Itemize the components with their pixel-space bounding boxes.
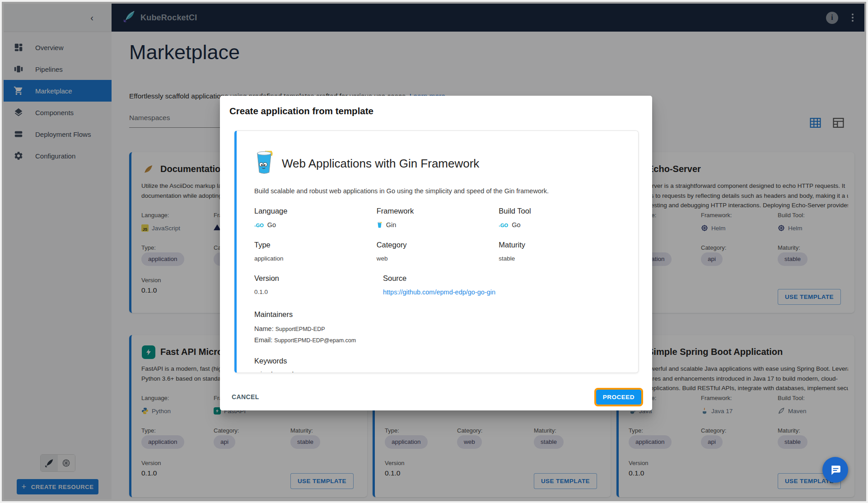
- window-frame: KubeRocketCI Overview Pipelines Marketpl…: [0, 0, 868, 503]
- category-label: Category: [377, 241, 499, 249]
- template-name: Web Applications with Gin Framework: [282, 157, 479, 171]
- framework-label: Framework: [377, 207, 499, 215]
- modal-footer: CANCEL PROCEED: [220, 383, 652, 410]
- template-description: Build scalable and robust web applicatio…: [254, 187, 621, 195]
- language-value: Go: [254, 221, 377, 228]
- framework-value: Gin: [377, 221, 499, 228]
- source-link[interactable]: https://github.com/epmd-edp/go-go-gin: [383, 289, 495, 296]
- maintainer-name: Name: SupportEPMD-EDP: [254, 325, 621, 332]
- keywords-label: Keywords: [254, 357, 621, 365]
- chat-icon: [830, 464, 841, 476]
- template-header: Web Applications with Gin Framework: [254, 151, 621, 176]
- buildtool-value: Go: [499, 221, 621, 228]
- source-label: Source: [383, 274, 495, 283]
- maintainers-label: Maintainers: [254, 310, 621, 319]
- buildtool-label: Build Tool: [499, 207, 621, 215]
- type-value: application: [254, 255, 377, 262]
- category-value: web: [377, 255, 499, 262]
- maturity-label: Maturity: [499, 241, 621, 249]
- go-icon: [499, 221, 508, 228]
- chat-fab-button[interactable]: [822, 457, 848, 483]
- gin-small-icon: [377, 222, 383, 228]
- maintainer-email: Email: SupportEPMD-EDP@epam.com: [254, 336, 621, 344]
- go-icon: [254, 221, 264, 228]
- gin-glass-icon: [254, 151, 274, 176]
- version-label: Version: [254, 274, 383, 283]
- cancel-button[interactable]: CANCEL: [229, 393, 262, 401]
- modal-title: Create application from template: [229, 106, 373, 116]
- template-details-card: Web Applications with Gin Framework Buil…: [234, 130, 639, 373]
- type-label: Type: [254, 241, 377, 249]
- create-application-modal: Create application from template Web App…: [220, 96, 652, 410]
- proceed-button[interactable]: PROCEED: [596, 390, 641, 405]
- language-label: Language: [254, 207, 377, 215]
- keywords-value: api, golang, web: [254, 371, 621, 373]
- maturity-value: stable: [499, 255, 621, 262]
- version-value: 0.1.0: [254, 289, 383, 295]
